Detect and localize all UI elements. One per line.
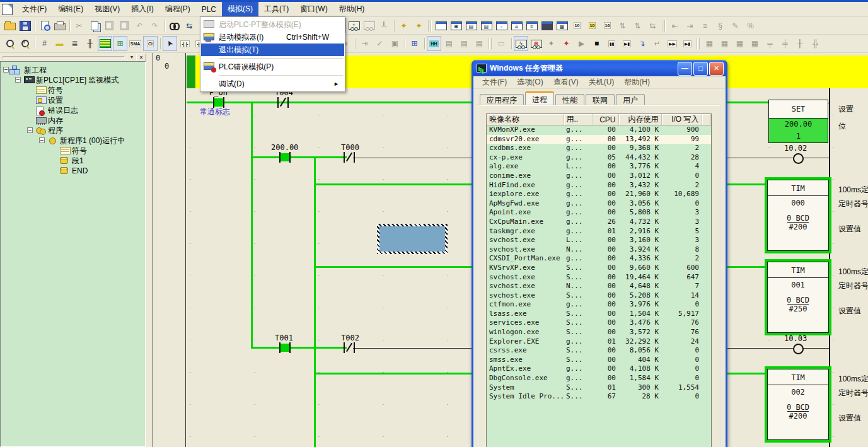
watch-add-icon[interactable]: +: [347, 18, 361, 33]
rung-display-icon[interactable]: [98, 36, 112, 51]
tm-menu-关机(U)[interactable]: 关机(U): [584, 77, 620, 88]
window-pair-2-icon[interactable]: ▤: [479, 18, 494, 33]
tree-blue-icon[interactable]: ⊞: [407, 36, 422, 51]
process-row[interactable]: taskmgr.exeg...012,916 K5: [487, 227, 711, 236]
step-out-icon[interactable]: ↵: [650, 36, 664, 51]
tree-display-icon[interactable]: ⊞: [113, 36, 127, 51]
replace-icon[interactable]: ⇆: [182, 18, 197, 33]
stop-icon[interactable]: ■: [589, 36, 604, 51]
process-row[interactable]: Apoint.exeg...005,808 K3: [487, 208, 711, 218]
process-row[interactable]: iexplore.exeg...0021,960 K10,689: [487, 190, 711, 199]
column-header-用..[interactable]: 用..: [564, 114, 592, 125]
ci-display-icon[interactable]: CI: [143, 36, 158, 51]
task-manager-titlebar[interactable]: Windows 任务管理器 — □ ✕: [473, 60, 726, 76]
io-monitor-icon[interactable]: HH: [427, 36, 441, 51]
list-view-icon[interactable]: ≣: [67, 36, 82, 51]
tm-menu-查看(V)[interactable]: 查看(V): [548, 77, 584, 88]
comment-icon[interactable]: ▬: [52, 36, 67, 51]
indent-right-icon[interactable]: ⇥: [683, 18, 697, 33]
tab-性能[interactable]: 性能: [555, 94, 584, 106]
check-gray-icon[interactable]: ✓: [373, 36, 387, 51]
tree-item-符号[interactable]: 符号: [1, 146, 145, 156]
window-chart-icon[interactable]: #: [509, 18, 524, 33]
process-row[interactable]: DbgConsole.exeg...001,584 K0: [487, 374, 711, 383]
tab-用户[interactable]: 用户: [616, 94, 645, 106]
tree-expander[interactable]: [39, 137, 45, 143]
process-row[interactable]: csrss.exeS...008,056 K0: [487, 346, 711, 356]
contact-200-00[interactable]: [279, 152, 291, 163]
zoom-out-icon[interactable]: [3, 36, 17, 51]
tree-item-符号[interactable]: 符号: [1, 85, 145, 95]
tm-menu-帮助(H)[interactable]: 帮助(H): [619, 77, 655, 88]
continuous-step-icon[interactable]: ▶▶: [665, 36, 680, 51]
display-hex16-icon[interactable]: 16: [600, 18, 615, 33]
tree-item-设置[interactable]: 设置: [1, 95, 145, 105]
simulator-run-icon[interactable]: ϟ: [514, 36, 528, 51]
select-cursor-icon[interactable]: ➤: [163, 36, 177, 51]
column-header-内存使用[interactable]: 内存使用: [618, 114, 661, 125]
promote-1-icon[interactable]: ⇅: [615, 18, 630, 33]
rail-4-icon[interactable]: ╬: [808, 36, 823, 51]
promote-2-icon[interactable]: ⇅: [630, 18, 645, 33]
menu-item-退出模拟(T)[interactable]: 退出模拟(T): [201, 44, 344, 56]
process-row[interactable]: KVSrvXP.exeS...009,660 K600: [487, 264, 711, 273]
net-gray-icon[interactable]: ▭: [494, 36, 509, 51]
menu-item-起动模拟器(I)[interactable]: 起动模拟器(I)Ctrl+Shift+W: [201, 31, 344, 44]
grid-icon[interactable]: #: [37, 36, 52, 51]
tim-block-000[interactable]: TIM0000 BCD#200: [765, 177, 831, 253]
contact-t004-nc[interactable]: [277, 97, 289, 108]
step-in-icon[interactable]: ↴: [635, 36, 649, 51]
run-to-cursor-icon[interactable]: ▶▮: [680, 36, 695, 51]
pen-percent-icon[interactable]: %: [743, 18, 758, 33]
tree-item-新工程[interactable]: 新工程: [1, 65, 145, 75]
window-pair-icon[interactable]: ▤: [464, 18, 478, 33]
process-row[interactable]: svchost.exeN...004,648 K7: [487, 282, 711, 291]
process-row[interactable]: winlogon.exeS...003,572 K76: [487, 328, 711, 337]
tree-expander[interactable]: [27, 127, 33, 133]
process-row[interactable]: svchost.exeS...005,208 K14: [487, 291, 711, 301]
contact-t001[interactable]: [279, 342, 291, 353]
window-hammer-icon[interactable]: ✱: [449, 18, 463, 33]
find-icon[interactable]: [167, 18, 182, 33]
process-row[interactable]: cx-p.exeg...0544,432 K28: [487, 153, 711, 163]
contact-t000-nc[interactable]: [344, 152, 355, 163]
process-row[interactable]: lsass.exeS...001,504 K5,917: [487, 310, 711, 319]
process-row[interactable]: ctfmon.exeg...003,976 K0: [487, 300, 711, 310]
process-row[interactable]: svchost.exeN...003,924 K8: [487, 245, 711, 255]
window-dark-icon[interactable]: [540, 18, 554, 33]
display-dec10-icon[interactable]: 10: [570, 18, 584, 33]
rail-1-icon[interactable]: ╤: [763, 36, 777, 51]
set-pane-3-icon[interactable]: ▦: [732, 36, 747, 51]
process-row[interactable]: smss.exeS...00404 K0: [487, 356, 711, 365]
process-row[interactable]: Explorer.EXEg...0132,292 K24: [487, 337, 711, 347]
tree-item-END[interactable]: END: [1, 166, 145, 176]
save-icon[interactable]: [18, 18, 32, 33]
force-reset-key-icon[interactable]: ✦: [412, 18, 426, 33]
tree-item-新PLC1[CP1E] 监视模式[interactable]: 新PLC1[CP1E] 监视模式: [1, 75, 145, 85]
tree-item-段1[interactable]: 段1: [1, 156, 145, 166]
rail-2-icon[interactable]: ╪: [778, 36, 792, 51]
play-icon[interactable]: ▶: [574, 36, 589, 51]
process-row[interactable]: conime.exeg...003,012 K0: [487, 171, 711, 181]
cut-icon[interactable]: ✂: [72, 18, 86, 33]
menu-窗口(W)[interactable]: 窗口(W): [294, 2, 333, 16]
display-dec10-signed-icon[interactable]: 10: [585, 18, 599, 33]
zoom-in-icon[interactable]: +: [18, 36, 32, 51]
stop-hand-icon[interactable]: ✦: [559, 36, 574, 51]
simulator-error-icon[interactable]: ⊗: [529, 36, 543, 51]
rail-icon[interactable]: ╨: [377, 18, 391, 33]
close-button[interactable]: ✕: [709, 62, 724, 76]
print-preview-icon[interactable]: [37, 18, 52, 33]
process-row[interactable]: CxCpuMain.exeg...264,732 K3: [487, 218, 711, 227]
tree-expander[interactable]: [3, 67, 9, 73]
tim-block-001[interactable]: TIM0010 BCD#250: [765, 259, 831, 335]
pane-3-icon[interactable]: ▤: [472, 36, 487, 51]
pause-hand-icon[interactable]: ✦: [544, 36, 558, 51]
menu-文件(F)[interactable]: 文件(F): [16, 2, 52, 16]
minimize-button[interactable]: —: [678, 62, 692, 76]
panel-gripper[interactable]: [3, 56, 125, 59]
set-instruction-block[interactable]: SET 200.00 1: [768, 100, 828, 143]
process-row[interactable]: services.exeS...003,476 K76: [487, 318, 711, 328]
align-lines-icon[interactable]: ≡: [698, 18, 712, 33]
watch-5-icon[interactable]: [362, 18, 376, 33]
